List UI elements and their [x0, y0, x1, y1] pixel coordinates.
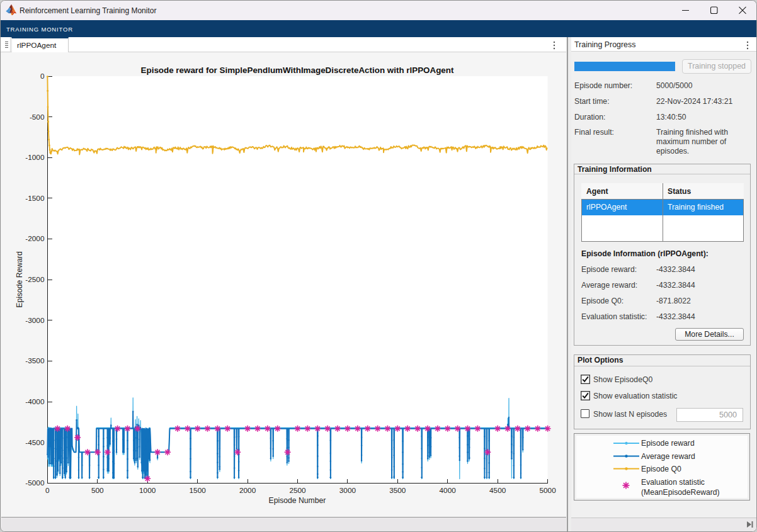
svg-text:-1500: -1500 — [25, 194, 45, 203]
svg-text:-5000: -5000 — [25, 478, 45, 487]
svg-text:-3000: -3000 — [25, 316, 45, 325]
svg-text:0: 0 — [40, 72, 45, 81]
svg-text:5000: 5000 — [539, 486, 556, 495]
svg-text:-2500: -2500 — [25, 275, 45, 284]
svg-text:Episode Reward: Episode Reward — [15, 251, 24, 307]
svg-text:Episode reward for SimplePendl: Episode reward for SimplePendlumWithImag… — [141, 65, 454, 75]
svg-text:4500: 4500 — [489, 486, 506, 495]
svg-text:-500: -500 — [30, 113, 45, 122]
svg-text:-4000: -4000 — [25, 397, 45, 406]
svg-text:4000: 4000 — [440, 486, 457, 495]
svg-text:Episode Number: Episode Number — [269, 496, 326, 505]
svg-text:0: 0 — [45, 486, 50, 495]
svg-text:3000: 3000 — [339, 486, 356, 495]
svg-text:-2000: -2000 — [25, 234, 45, 243]
svg-text:1000: 1000 — [139, 486, 156, 495]
svg-text:500: 500 — [91, 486, 104, 495]
svg-text:2000: 2000 — [239, 486, 256, 495]
svg-text:3500: 3500 — [389, 486, 406, 495]
svg-text:-4500: -4500 — [25, 438, 45, 447]
svg-text:1500: 1500 — [190, 486, 207, 495]
svg-text:2500: 2500 — [289, 486, 306, 495]
svg-text:-1000: -1000 — [25, 153, 45, 162]
svg-text:-3500: -3500 — [25, 356, 45, 365]
